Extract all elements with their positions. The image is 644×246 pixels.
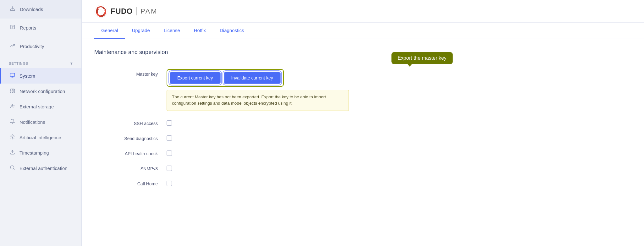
master-key-control: Export the master key Export current key… (167, 69, 628, 111)
api-health-check-label: API health check (97, 149, 167, 156)
export-master-key-tooltip: Export the master key (391, 52, 453, 64)
call-home-control (167, 179, 628, 186)
sidebar-item-external-storage[interactable]: External storage (0, 99, 81, 114)
logo-pam-text: PAM (140, 7, 157, 15)
network-icon (10, 88, 15, 95)
timestamping-icon (10, 150, 15, 156)
external-auth-icon (10, 165, 15, 172)
snmpv3-checkbox[interactable] (167, 166, 172, 171)
send-diagnostics-checkbox[interactable] (167, 135, 172, 141)
section-title: Maintenance and supervision (94, 49, 631, 60)
snmpv3-control (167, 164, 628, 171)
call-home-checkbox[interactable] (167, 181, 172, 186)
form-row-call-home: Call Home (94, 179, 631, 186)
svg-point-18 (12, 136, 13, 137)
api-health-check-control (167, 149, 628, 156)
sidebar: Downloads Reports Productivity SETTINGS … (0, 0, 82, 246)
sidebar-item-timestamping[interactable]: Timestamping (0, 145, 81, 161)
logo-divider (136, 7, 137, 15)
reports-icon (10, 24, 15, 31)
ssh-access-checkbox[interactable] (167, 120, 172, 126)
logo: FUDO PAM (94, 5, 157, 18)
tab-bar: General Upgrade License Hotfix Diagnosti… (82, 23, 644, 39)
sidebar-item-reports[interactable]: Reports (0, 19, 81, 37)
sidebar-item-artificial-intelligence[interactable]: Artificial Intelligence (0, 130, 81, 145)
fudo-logo-icon (94, 5, 107, 18)
ssh-access-control (167, 118, 628, 126)
logo-text: FUDO PAM (111, 7, 157, 16)
tab-upgrade[interactable]: Upgrade (125, 23, 157, 39)
send-diagnostics-control (167, 134, 628, 141)
external-storage-icon (10, 103, 15, 110)
sidebar-item-label: External storage (19, 104, 54, 109)
sidebar-item-label: Timestamping (19, 150, 49, 156)
form-row-api-health-check: API health check (94, 149, 631, 156)
svg-point-15 (11, 104, 13, 106)
main-panel: FUDO PAM General Upgrade License Hotfix … (82, 0, 644, 246)
form-row-ssh-access: SSH access (94, 118, 631, 126)
sidebar-item-label: Artificial Intelligence (19, 135, 61, 140)
sidebar-item-label: Productivity (20, 44, 44, 49)
svg-rect-8 (10, 91, 11, 92)
sidebar-item-productivity[interactable]: Productivity (0, 37, 81, 56)
svg-rect-5 (10, 73, 14, 76)
sidebar-item-notifications[interactable]: Notifications (0, 114, 81, 130)
sidebar-item-label: Network configuration (19, 89, 65, 94)
api-health-check-checkbox[interactable] (167, 150, 172, 156)
sidebar-item-label: Downloads (20, 7, 43, 12)
svg-point-20 (10, 166, 14, 169)
sidebar-item-network-configuration[interactable]: Network configuration (0, 84, 81, 99)
system-icon (10, 73, 15, 79)
header: FUDO PAM (82, 0, 644, 23)
snmpv3-label: SNMPv3 (97, 164, 167, 171)
sidebar-item-external-authentication[interactable]: External authentication (0, 161, 81, 176)
content-area: Maintenance and supervision Master key E… (82, 39, 644, 246)
sidebar-item-label: External authentication (19, 166, 68, 171)
form-row-snmpv3: SNMPv3 (94, 164, 631, 171)
logo-fudo-text: FUDO (111, 7, 133, 16)
form-row-master-key: Master key Export the master key Export … (94, 69, 631, 111)
svg-point-23 (99, 9, 103, 13)
svg-line-21 (14, 169, 14, 170)
master-key-label: Master key (97, 69, 167, 77)
master-key-warning: The current Master key has not been expo… (167, 90, 349, 111)
master-key-buttons-box: Export current key Invalidate current ke… (167, 69, 284, 87)
form-row-send-diagnostics: Send diagnostics (94, 134, 631, 141)
svg-rect-9 (12, 90, 13, 92)
tab-general[interactable]: General (94, 23, 125, 39)
settings-section-label: SETTINGS ▾ (0, 56, 81, 68)
svg-rect-10 (14, 89, 15, 92)
sidebar-item-label: Notifications (19, 119, 45, 125)
sidebar-item-label: System (19, 73, 35, 79)
send-diagnostics-label: Send diagnostics (97, 134, 167, 141)
invalidate-current-key-button[interactable]: Invalidate current key (224, 72, 281, 84)
tab-diagnostics[interactable]: Diagnostics (213, 23, 251, 39)
sidebar-item-downloads[interactable]: Downloads (0, 0, 81, 19)
download-icon (10, 6, 15, 13)
ssh-access-label: SSH access (97, 118, 167, 126)
sidebar-item-system[interactable]: System (0, 68, 81, 84)
export-current-key-button[interactable]: Export current key (170, 72, 221, 84)
sidebar-item-label: Reports (20, 25, 36, 30)
productivity-icon (10, 43, 15, 50)
tab-license[interactable]: License (157, 23, 187, 39)
call-home-label: Call Home (97, 179, 167, 186)
tab-hotfix[interactable]: Hotfix (187, 23, 213, 39)
notifications-icon (10, 119, 15, 125)
chevron-down-icon: ▾ (70, 61, 73, 66)
ai-icon (10, 134, 15, 141)
